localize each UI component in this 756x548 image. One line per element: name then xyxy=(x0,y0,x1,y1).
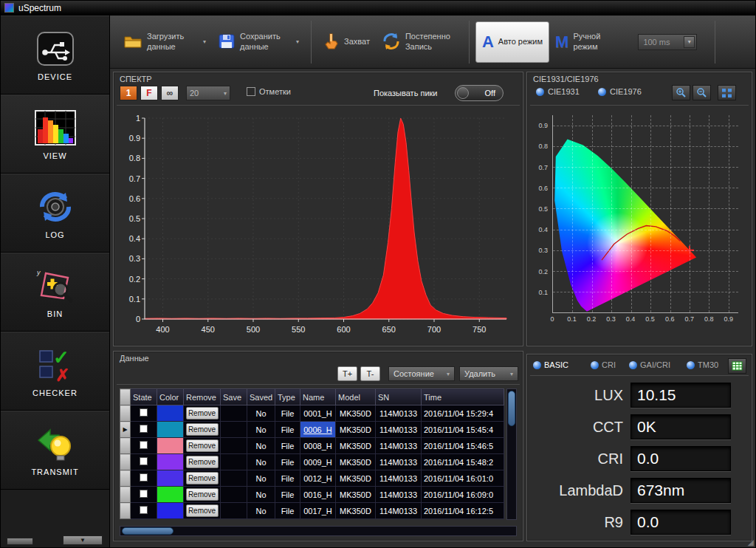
name-cell[interactable]: 0001_H xyxy=(300,405,336,422)
marks-checkbox-group[interactable]: Отметки xyxy=(247,87,291,96)
tab-tm30[interactable]: TM30 xyxy=(687,360,718,369)
axis-tick-label: 0.3 xyxy=(606,315,616,323)
sidebar-item-log[interactable]: LOG xyxy=(1,174,109,253)
peaks-toggle[interactable]: Off xyxy=(455,85,504,101)
remove-button[interactable]: Remove xyxy=(186,456,219,468)
scrollbar-thumb[interactable] xyxy=(122,527,173,535)
zoom-in-icon xyxy=(676,87,687,98)
state-checkbox[interactable] xyxy=(140,490,148,498)
remove-button[interactable]: Remove xyxy=(186,439,219,452)
remove-button[interactable]: Remove xyxy=(186,423,219,436)
column-header[interactable]: Model xyxy=(336,389,376,405)
sidebar-item-checker[interactable]: ✓ ✗ CHECKER xyxy=(1,332,109,411)
state-cell[interactable] xyxy=(131,454,157,470)
tab-basic[interactable]: BASIC xyxy=(533,360,568,369)
state-checkbox[interactable] xyxy=(140,473,148,482)
sidebar-item-view[interactable]: VIEW xyxy=(1,95,109,174)
table-row[interactable]: RemoveNoFile0008_HMK350D114M01332016/11/… xyxy=(120,438,504,454)
column-header[interactable]: State xyxy=(131,389,157,405)
record-button[interactable]: Постепенно Запись xyxy=(376,20,463,64)
remove-row-button[interactable]: T- xyxy=(360,366,380,381)
tab-cri[interactable]: CRI xyxy=(591,360,616,369)
column-header[interactable]: Saved xyxy=(247,389,275,405)
name-cell[interactable]: 0016_H xyxy=(300,487,336,503)
manual-mode-button[interactable]: M Ручной режим xyxy=(549,20,630,64)
cie1976-radio[interactable]: CIE1976 xyxy=(598,87,642,96)
fullscale-button[interactable]: F xyxy=(140,86,158,100)
remove-button[interactable]: Remove xyxy=(186,407,219,419)
state-cell[interactable] xyxy=(131,487,157,503)
auto-mode-button[interactable]: A Авто режим xyxy=(475,21,549,63)
tab-gai-cri[interactable]: GAI/CRI xyxy=(629,360,670,369)
column-header[interactable]: SN xyxy=(376,389,422,405)
capture-button[interactable]: Захват xyxy=(317,20,376,64)
color-swatch[interactable] xyxy=(157,487,184,503)
save-data-button[interactable]: Сохранить данные ▾ xyxy=(212,20,305,64)
table-row[interactable]: RemoveNoFile0017_HMK350D114M01332016/11/… xyxy=(120,503,504,519)
title-bar[interactable]: uSpectrum xyxy=(1,1,756,16)
column-header[interactable]: Time xyxy=(422,389,504,405)
table-row[interactable]: RemoveNoFile0009_HMK350D114M01332016/11/… xyxy=(120,454,504,470)
name-cell[interactable]: 0012_H xyxy=(300,470,336,487)
marks-checkbox[interactable] xyxy=(247,87,255,96)
state-cell[interactable] xyxy=(131,422,157,438)
column-header[interactable]: Color xyxy=(157,389,184,405)
sidebar-item-transmit[interactable]: TRANSMIT xyxy=(1,411,109,490)
fit-view-button[interactable] xyxy=(718,85,736,100)
column-header[interactable]: Type xyxy=(275,389,300,405)
state-cell[interactable] xyxy=(131,438,157,454)
name-cell[interactable]: 0006_H xyxy=(300,422,336,438)
color-swatch[interactable] xyxy=(157,503,184,519)
color-swatch[interactable] xyxy=(157,405,184,422)
trace-1-button[interactable]: 1 xyxy=(120,86,137,100)
color-swatch[interactable] xyxy=(157,470,184,487)
name-cell[interactable]: 0017_H xyxy=(300,503,336,519)
name-cell[interactable]: 0009_H xyxy=(300,454,336,470)
state-checkbox[interactable] xyxy=(140,457,148,465)
remove-button[interactable]: Remove xyxy=(186,488,219,501)
color-swatch[interactable] xyxy=(157,422,184,438)
table-row[interactable]: RemoveNoFile0012_HMK350D114M01332016/11/… xyxy=(120,470,504,487)
zoom-in-button[interactable] xyxy=(672,85,690,100)
name-cell[interactable]: 0008_H xyxy=(300,438,336,454)
remove-cell: Remove xyxy=(184,503,221,519)
delete-menu-dropdown[interactable]: Удалить ▾ xyxy=(459,366,518,381)
column-header[interactable]: Save xyxy=(221,389,247,405)
remove-button[interactable]: Remove xyxy=(186,504,219,517)
state-cell[interactable] xyxy=(131,405,157,422)
interval-dropdown[interactable]: 100 ms ▾ xyxy=(638,34,697,50)
scrollbar-thumb[interactable] xyxy=(508,391,515,426)
state-cell[interactable] xyxy=(131,470,157,487)
cie-plot-area[interactable] xyxy=(552,115,738,313)
sidebar-item-bin[interactable]: y BIN xyxy=(1,253,109,332)
sidebar-item-device[interactable]: DEVICE xyxy=(1,16,109,95)
add-row-button[interactable]: T+ xyxy=(337,366,357,381)
table-view-button[interactable] xyxy=(728,358,746,374)
state-checkbox[interactable] xyxy=(140,408,148,417)
color-swatch[interactable] xyxy=(157,438,184,454)
state-checkbox[interactable] xyxy=(140,425,148,433)
load-data-button[interactable]: Загрузить данные ▾ xyxy=(117,20,212,64)
sidebar-splitter-button[interactable] xyxy=(7,538,33,545)
table-horizontal-scrollbar[interactable] xyxy=(120,526,517,536)
spectrum-panel-title: СПЕКТР xyxy=(120,75,152,83)
table-row[interactable]: RemoveNoFile0001_HMK350D114M01332016/11/… xyxy=(120,405,504,422)
smoothing-dropdown[interactable]: 20 ▾ xyxy=(186,86,230,100)
state-checkbox[interactable] xyxy=(140,506,148,514)
table-vertical-scrollbar[interactable] xyxy=(506,388,517,520)
color-swatch[interactable] xyxy=(157,454,184,470)
state-checkbox[interactable] xyxy=(140,441,148,449)
state-menu-dropdown[interactable]: Состояние ▾ xyxy=(388,366,455,381)
state-cell[interactable] xyxy=(131,503,157,519)
sidebar-collapse-button[interactable]: ▼ xyxy=(63,535,103,545)
link-button[interactable]: ∞ xyxy=(161,86,179,100)
column-header[interactable]: Remove xyxy=(184,389,221,405)
table-row[interactable]: ▶RemoveNoFile0006_HMK350D114M01332016/11… xyxy=(120,422,504,438)
cie1931-radio[interactable]: CIE1931 xyxy=(536,87,580,96)
cri-value: 0.0 xyxy=(630,446,731,471)
column-header[interactable]: Name xyxy=(300,389,336,405)
remove-button[interactable]: Remove xyxy=(186,472,219,484)
table-row[interactable]: RemoveNoFile0016_HMK350D114M01332016/11/… xyxy=(120,487,504,503)
zoom-out-button[interactable] xyxy=(693,85,711,100)
resize-grip[interactable]: ◢ xyxy=(748,538,754,547)
